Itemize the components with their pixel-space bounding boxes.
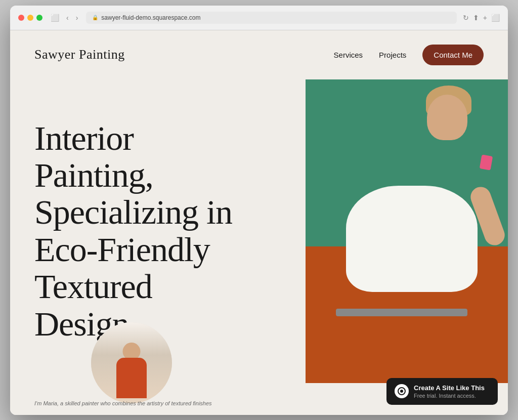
caption-text: I'm Maria, a skilled painter who combine… <box>34 400 212 406</box>
close-button[interactable] <box>18 15 24 21</box>
hero-heading: Interior Painting, Specializing in Eco-F… <box>34 120 247 343</box>
nav-link-projects[interactable]: Projects <box>379 51 406 59</box>
nav-link-services[interactable]: Services <box>334 51 363 59</box>
caption-bar: I'm Maria, a skilled painter who combine… <box>34 392 306 413</box>
lock-icon: 🔒 <box>92 15 98 20</box>
squarespace-icon <box>395 384 409 398</box>
refresh-button[interactable]: ↻ <box>463 14 469 22</box>
share-button[interactable]: ⬆ <box>473 14 479 22</box>
browser-window: ⬜ ‹ › 🔒 sawyer-fluid-demo.squarespace.co… <box>10 6 508 415</box>
address-bar[interactable]: 🔒 sawyer-fluid-demo.squarespace.com <box>86 12 456 24</box>
small-circular-photo <box>91 322 172 403</box>
url-text: sawyer-fluid-demo.squarespace.com <box>101 14 200 21</box>
hero-main-photo <box>306 79 508 383</box>
fullscreen-button[interactable] <box>36 15 42 21</box>
forward-button[interactable]: ‹ <box>64 13 71 23</box>
new-tab-button[interactable]: + <box>483 14 487 22</box>
contact-me-button[interactable]: Contact Me <box>422 45 484 65</box>
badge-text: Create A Site Like This Free trial. Inst… <box>414 384 485 399</box>
person-face <box>427 95 467 140</box>
forward-arrow[interactable]: › <box>74 13 80 23</box>
squarespace-badge[interactable]: Create A Site Like This Free trial. Inst… <box>386 378 498 405</box>
laptop <box>336 309 467 316</box>
website-content: Sawyer Painting Services Projects Contac… <box>10 30 508 415</box>
badge-title: Create A Site Like This <box>414 384 485 392</box>
minimize-button[interactable] <box>27 15 33 21</box>
nav-links: Services Projects Contact Me <box>334 45 484 65</box>
hero-section: Interior Painting, Specializing in Eco-F… <box>10 79 508 413</box>
person-shirt <box>346 186 478 292</box>
site-logo[interactable]: Sawyer Painting <box>34 47 125 62</box>
site-nav: Sawyer Painting Services Projects Contac… <box>10 30 508 79</box>
tabs-button[interactable]: ⬜ <box>491 14 500 22</box>
badge-subtitle: Free trial. Instant access. <box>414 393 485 399</box>
browser-chrome: ⬜ ‹ › 🔒 sawyer-fluid-demo.squarespace.co… <box>10 6 508 30</box>
browser-nav-controls: ⬜ ‹ › <box>49 13 80 23</box>
paint-swatch <box>480 154 493 170</box>
browser-actions: ↻ ⬆ + ⬜ <box>463 14 500 22</box>
back-button[interactable]: ⬜ <box>49 13 61 23</box>
traffic-lights <box>18 15 42 21</box>
